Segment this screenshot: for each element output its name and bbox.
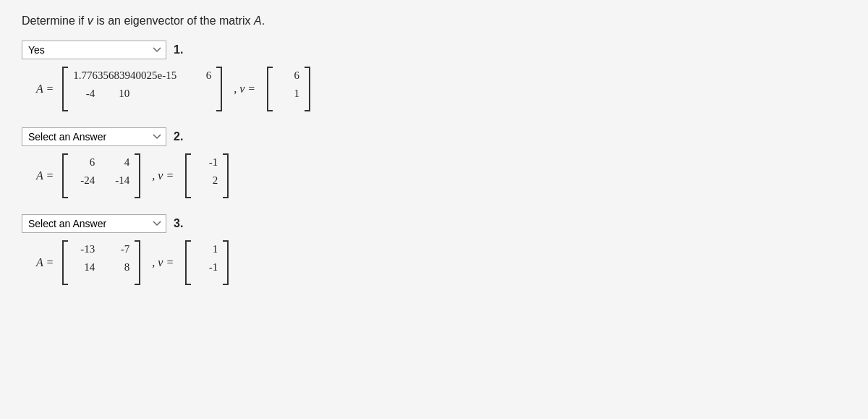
a-equals-label-1: A = bbox=[36, 82, 54, 96]
matrix-row: 6 bbox=[278, 69, 299, 82]
left-bracket-A3 bbox=[62, 240, 68, 285]
matrix-A-3: -13 -7 14 8 bbox=[62, 240, 140, 285]
page-title: Determine if v is an eigenvector of the … bbox=[22, 14, 846, 27]
problem-number-3: 3. bbox=[174, 217, 183, 230]
left-bracket-A1 bbox=[62, 67, 68, 111]
problem-number-2: 2. bbox=[174, 130, 183, 143]
left-bracket-A2 bbox=[62, 153, 68, 198]
matrix-row: -1 bbox=[196, 156, 218, 169]
left-bracket-v1 bbox=[267, 67, 273, 111]
matrix-row: 1 bbox=[196, 243, 218, 255]
matrix-row: 2 bbox=[196, 174, 218, 187]
comma-v-2: , v = bbox=[152, 169, 174, 182]
right-bracket-A1 bbox=[216, 67, 222, 111]
right-bracket-A2 bbox=[135, 153, 140, 198]
vector-v-1: 6 1 bbox=[267, 67, 310, 111]
right-bracket-v2 bbox=[223, 153, 229, 198]
page-container: Determine if v is an eigenvector of the … bbox=[22, 14, 846, 285]
matrix-row: -4 10 bbox=[73, 88, 211, 100]
left-bracket-v3 bbox=[185, 240, 191, 285]
answer-select-2[interactable]: Select an Answer Yes No bbox=[22, 127, 166, 146]
matrix-row: -1 bbox=[196, 261, 218, 274]
matrix-A-1: 1.77635683940025e-15 6 -4 10 bbox=[62, 67, 222, 111]
vector-v-2: -1 2 bbox=[185, 153, 229, 198]
matrix-row: -24 -14 bbox=[73, 174, 129, 187]
problem-3: Select an Answer Yes No 3. A = -13 -7 14… bbox=[22, 214, 846, 285]
answer-select-1[interactable]: Yes No bbox=[22, 41, 166, 59]
problem-number-1: 1. bbox=[174, 43, 183, 56]
comma-v-3: , v = bbox=[152, 256, 174, 269]
matrix-A-2: 6 4 -24 -14 bbox=[62, 153, 140, 198]
matrix-row: 1 bbox=[278, 88, 299, 100]
answer-select-3[interactable]: Select an Answer Yes No bbox=[22, 214, 166, 233]
a-equals-label-2: A = bbox=[36, 169, 54, 182]
matrix-row: 1.77635683940025e-15 6 bbox=[73, 69, 211, 82]
comma-v-1: , v = bbox=[234, 82, 255, 96]
left-bracket-v2 bbox=[185, 153, 191, 198]
problem-1: Yes No 1. A = 1.77635683940025e-15 6 -4 … bbox=[22, 41, 846, 111]
matrix-row: -13 -7 bbox=[73, 243, 129, 255]
right-bracket-A3 bbox=[135, 240, 140, 285]
right-bracket-v3 bbox=[223, 240, 229, 285]
vector-v-3: 1 -1 bbox=[185, 240, 229, 285]
matrix-row: 14 8 bbox=[73, 261, 129, 274]
matrix-row: 6 4 bbox=[73, 156, 129, 169]
a-equals-label-3: A = bbox=[36, 256, 54, 269]
right-bracket-v1 bbox=[305, 67, 310, 111]
problem-2: Select an Answer Yes No 2. A = 6 4 -24 -… bbox=[22, 127, 846, 198]
